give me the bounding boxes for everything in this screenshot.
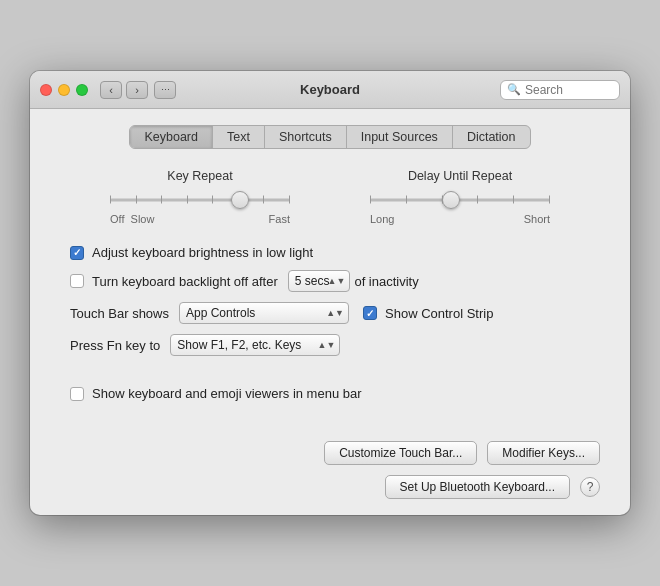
bottom-section: Customize Touch Bar... Modifier Keys... …: [30, 431, 630, 515]
tab-shortcuts[interactable]: Shortcuts: [265, 126, 347, 148]
adjust-brightness-label: Adjust keyboard brightness in low light: [92, 245, 313, 260]
delay-repeat-right-label: Short: [524, 213, 550, 225]
grid-button[interactable]: ⋯: [154, 81, 176, 99]
delay-repeat-label: Delay Until Repeat: [408, 169, 512, 183]
backlight-row: Turn keyboard backlight off after 5 secs…: [60, 270, 600, 292]
buttons-row-1: Customize Touch Bar... Modifier Keys...: [60, 441, 600, 465]
show-control-strip-checkbox[interactable]: [363, 306, 377, 320]
modifier-keys-button[interactable]: Modifier Keys...: [487, 441, 600, 465]
spacer: [60, 366, 600, 386]
delay-repeat-ticks: [370, 197, 550, 204]
tab-keyboard[interactable]: Keyboard: [130, 126, 213, 148]
delay-repeat-left-label: Long: [370, 213, 394, 225]
window-title: Keyboard: [300, 82, 360, 97]
adjust-brightness-row: Adjust keyboard brightness in low light: [60, 245, 600, 260]
nav-buttons: ‹ ›: [100, 81, 148, 99]
backlight-select-arrow: ▲▼: [328, 276, 346, 286]
search-input[interactable]: [525, 83, 613, 97]
key-repeat-thumb[interactable]: [231, 191, 249, 209]
keyboard-window: ‹ › ⋯ Keyboard 🔍 Keyboard Text Shortcuts…: [30, 71, 630, 515]
key-repeat-axis-labels: Off Slow Fast: [110, 213, 290, 225]
touch-bar-row: Touch Bar shows App Controls ▲▼ Show Con…: [60, 302, 600, 324]
fn-key-row: Press Fn key to Show F1, F2, etc. Keys ▲…: [60, 334, 600, 356]
emoji-viewers-label: Show keyboard and emoji viewers in menu …: [92, 386, 362, 401]
delay-repeat-thumb[interactable]: [442, 191, 460, 209]
search-box[interactable]: 🔍: [500, 80, 620, 100]
content-area: Keyboard Text Shortcuts Input Sources Di…: [30, 109, 630, 431]
tabs-bar: Keyboard Text Shortcuts Input Sources Di…: [129, 125, 530, 149]
fn-key-label: Press Fn key to: [70, 338, 160, 353]
backlight-label: Turn keyboard backlight off after: [92, 274, 278, 289]
delay-repeat-group: Delay Until Repeat Long Short: [330, 169, 590, 225]
help-button[interactable]: ?: [580, 477, 600, 497]
close-button[interactable]: [40, 84, 52, 96]
forward-button[interactable]: ›: [126, 81, 148, 99]
minimize-button[interactable]: [58, 84, 70, 96]
tab-dictation[interactable]: Dictation: [453, 126, 530, 148]
buttons-row-2: Set Up Bluetooth Keyboard... ?: [60, 475, 600, 499]
touch-bar-label: Touch Bar shows: [70, 306, 169, 321]
key-repeat-group: Key Repeat Off: [70, 169, 330, 225]
key-repeat-slider[interactable]: [110, 191, 290, 209]
back-button[interactable]: ‹: [100, 81, 122, 99]
set-up-bluetooth-button[interactable]: Set Up Bluetooth Keyboard...: [385, 475, 570, 499]
emoji-viewers-checkbox[interactable]: [70, 387, 84, 401]
fn-key-select[interactable]: Show F1, F2, etc. Keys ▲▼: [170, 334, 340, 356]
backlight-suffix: of inactivity: [354, 274, 418, 289]
key-repeat-ticks: [110, 197, 290, 204]
key-repeat-right-label: Fast: [269, 213, 290, 225]
show-control-strip-label: Show Control Strip: [385, 306, 493, 321]
fn-key-select-arrow: ▲▼: [317, 340, 335, 350]
key-repeat-left-label: Off Slow: [110, 213, 154, 225]
emoji-viewers-row: Show keyboard and emoji viewers in menu …: [60, 386, 600, 401]
backlight-select[interactable]: 5 secs ▲▼: [288, 270, 351, 292]
delay-repeat-slider[interactable]: [370, 191, 550, 209]
search-icon: 🔍: [507, 83, 521, 96]
traffic-lights: [40, 84, 88, 96]
tab-text[interactable]: Text: [213, 126, 265, 148]
customize-touch-bar-button[interactable]: Customize Touch Bar...: [324, 441, 477, 465]
delay-repeat-axis-labels: Long Short: [370, 213, 550, 225]
sliders-section: Key Repeat Off: [60, 169, 600, 225]
touch-bar-select-arrow: ▲▼: [326, 308, 344, 318]
key-repeat-label: Key Repeat: [167, 169, 232, 183]
adjust-brightness-checkbox[interactable]: [70, 246, 84, 260]
touch-bar-select[interactable]: App Controls ▲▼: [179, 302, 349, 324]
titlebar: ‹ › ⋯ Keyboard 🔍: [30, 71, 630, 109]
maximize-button[interactable]: [76, 84, 88, 96]
show-control-strip-group: Show Control Strip: [363, 306, 499, 321]
tab-input-sources[interactable]: Input Sources: [347, 126, 453, 148]
backlight-checkbox[interactable]: [70, 274, 84, 288]
